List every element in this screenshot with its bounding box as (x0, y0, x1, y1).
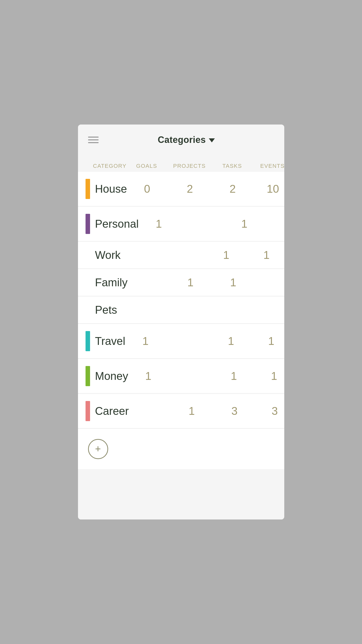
col-header-events: EVENTS (252, 163, 284, 169)
category-list: House02210Personal11Work11Family11PetsTr… (78, 172, 284, 428)
category-name-label: House (95, 183, 127, 195)
category-color-bar (86, 331, 90, 351)
category-name-label: Pets (95, 304, 117, 316)
col-header-goals: GOALS (127, 163, 167, 169)
category-name-cell: Work (83, 249, 121, 261)
category-events-value: 1 (246, 249, 284, 261)
phone-container: Categories CATEGORY GOALS PROJECTS TASKS… (78, 125, 284, 519)
menu-button[interactable] (88, 137, 99, 143)
category-projects-value: 2 (167, 183, 213, 195)
bottom-spacer (78, 469, 284, 519)
category-tasks-value: 1 (224, 218, 264, 230)
category-color-bar (86, 366, 90, 386)
table-row[interactable]: Money111 (78, 359, 284, 393)
category-goals-value: 1 (128, 370, 169, 382)
category-goals-value: 1 (125, 335, 166, 347)
category-color-bar (86, 179, 90, 199)
category-tasks-value: 1 (214, 370, 254, 382)
category-goals-value: 1 (139, 218, 179, 230)
category-tasks-value: 1 (213, 276, 253, 289)
category-tasks-value: 2 (213, 183, 253, 195)
col-header-category: CATEGORY (93, 163, 127, 169)
category-goals-value: 0 (127, 183, 167, 195)
plus-icon: + (95, 444, 101, 454)
category-name-label: Travel (95, 335, 126, 347)
category-tasks-value: 1 (211, 335, 251, 347)
category-events-value: 1 (254, 370, 284, 382)
header-title-area: Categories (99, 135, 274, 145)
add-button-row: + (78, 429, 284, 469)
category-name-cell: Money (83, 366, 128, 386)
category-tasks-value: 3 (214, 405, 255, 417)
col-header-tasks: TASKS (212, 163, 252, 169)
category-name-label: Career (95, 405, 129, 417)
category-projects-value: 1 (168, 276, 213, 289)
category-tasks-value: 1 (206, 249, 246, 261)
category-name-cell: Travel (83, 331, 126, 351)
chevron-down-icon[interactable] (209, 138, 215, 142)
table-row[interactable]: Family11 (78, 269, 284, 296)
category-projects-value: 1 (169, 405, 214, 417)
category-name-cell: Career (83, 401, 129, 421)
category-color-bar (86, 401, 90, 421)
category-name-cell: Pets (83, 304, 117, 316)
page-title: Categories (158, 135, 206, 145)
table-row[interactable]: Work11 (78, 242, 284, 269)
category-name-cell: Personal (83, 214, 139, 234)
table-row[interactable]: Pets (78, 297, 284, 324)
table-row[interactable]: Career133 (78, 394, 284, 428)
category-name-label: Personal (95, 218, 139, 230)
table-row[interactable]: Personal11 (78, 207, 284, 241)
header: Categories (78, 125, 284, 150)
col-header-projects: PROJECTS (167, 163, 212, 169)
add-category-button[interactable]: + (88, 439, 108, 459)
table-row[interactable]: House02210 (78, 172, 284, 206)
category-events-value: 10 (253, 183, 284, 195)
category-events-value: 1 (251, 335, 284, 347)
category-name-cell: House (83, 179, 127, 199)
category-name-cell: Family (83, 276, 128, 289)
column-headers: CATEGORY GOALS PROJECTS TASKS EVENTS (78, 158, 284, 172)
table-row[interactable]: Travel111 (78, 324, 284, 358)
category-events-value: 3 (255, 405, 284, 417)
category-color-bar (86, 214, 90, 234)
category-name-label: Money (95, 370, 128, 382)
category-name-label: Family (95, 276, 128, 289)
category-name-label: Work (95, 249, 121, 261)
